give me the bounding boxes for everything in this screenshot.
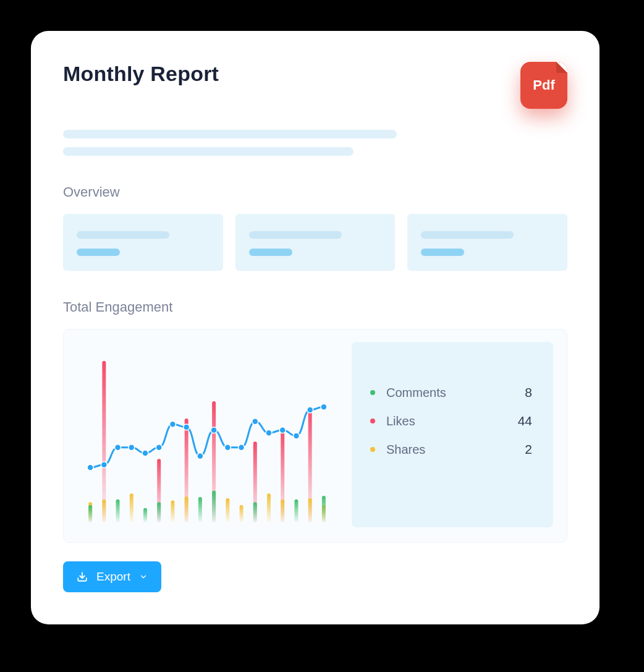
svg-rect-12 [226, 498, 229, 522]
svg-point-33 [169, 421, 176, 427]
page-fold-icon [556, 62, 567, 73]
pdf-badge[interactable]: Pdf [520, 62, 567, 109]
legend-label: Likes [386, 414, 518, 428]
svg-rect-14 [267, 493, 271, 522]
legend-item-comments: Comments 8 [370, 385, 532, 400]
svg-rect-15 [281, 500, 284, 522]
report-card: Monthly Report Pdf Overview Total Engage… [31, 31, 600, 624]
skeleton-line [421, 249, 464, 256]
page-title: Monthly Report [63, 62, 219, 86]
svg-point-39 [252, 419, 258, 425]
svg-rect-23 [212, 491, 216, 522]
export-label: Export [96, 570, 130, 584]
overview-card [407, 214, 567, 271]
skeleton-line [77, 231, 169, 239]
svg-rect-18 [88, 505, 92, 522]
legend-value: 2 [525, 442, 532, 457]
svg-rect-11 [185, 496, 189, 522]
svg-point-36 [211, 427, 217, 433]
svg-rect-21 [157, 502, 161, 522]
svg-point-28 [101, 462, 107, 468]
svg-rect-19 [116, 500, 120, 522]
chart-panel: Comments 8 Likes 44 Shares 2 [63, 329, 567, 543]
svg-rect-8 [102, 500, 106, 522]
svg-point-31 [142, 450, 148, 456]
legend-value: 44 [518, 414, 532, 428]
skeleton-line [77, 249, 120, 256]
svg-point-37 [224, 444, 231, 451]
svg-rect-10 [171, 501, 174, 522]
dot-icon [370, 419, 375, 423]
skeleton-line [421, 231, 514, 239]
svg-rect-22 [198, 497, 202, 522]
description-skeleton [63, 130, 567, 156]
svg-point-34 [184, 424, 190, 430]
skeleton-line [63, 130, 397, 138]
dot-icon [370, 390, 375, 395]
svg-point-41 [279, 427, 286, 433]
skeleton-line [63, 147, 354, 156]
overview-card [63, 214, 223, 271]
engagement-label: Total Engagement [63, 299, 567, 315]
svg-point-43 [307, 407, 313, 413]
svg-rect-20 [143, 508, 147, 522]
overview-card [235, 214, 396, 271]
engagement-chart [77, 342, 337, 527]
svg-rect-16 [308, 498, 312, 522]
export-button[interactable]: Export [63, 561, 161, 592]
pdf-badge-label: Pdf [533, 77, 554, 93]
overview-label: Overview [63, 184, 567, 200]
svg-rect-25 [294, 500, 298, 522]
svg-rect-26 [322, 496, 326, 522]
legend-item-shares: Shares 2 [370, 442, 532, 457]
svg-point-30 [129, 444, 135, 451]
legend-value: 8 [525, 385, 532, 400]
legend-label: Shares [386, 443, 525, 457]
svg-point-27 [87, 464, 93, 470]
chevron-down-icon [139, 572, 148, 581]
skeleton-line [249, 249, 292, 256]
svg-rect-0 [102, 361, 106, 522]
svg-rect-24 [253, 502, 257, 522]
svg-rect-9 [130, 493, 133, 522]
svg-point-35 [197, 453, 203, 459]
svg-rect-13 [240, 505, 244, 522]
svg-point-42 [293, 433, 299, 439]
header-row: Monthly Report Pdf [63, 62, 567, 109]
legend-item-likes: Likes 44 [370, 414, 532, 428]
legend-label: Comments [386, 386, 525, 400]
overview-cards [63, 214, 567, 271]
svg-point-29 [115, 444, 121, 451]
skeleton-line [249, 231, 342, 239]
svg-point-40 [266, 430, 272, 436]
chart-legend: Comments 8 Likes 44 Shares 2 [352, 342, 553, 527]
dot-icon [370, 447, 375, 452]
svg-point-32 [156, 444, 162, 451]
download-icon [77, 571, 88, 582]
svg-point-38 [239, 444, 245, 451]
svg-point-44 [321, 404, 327, 410]
